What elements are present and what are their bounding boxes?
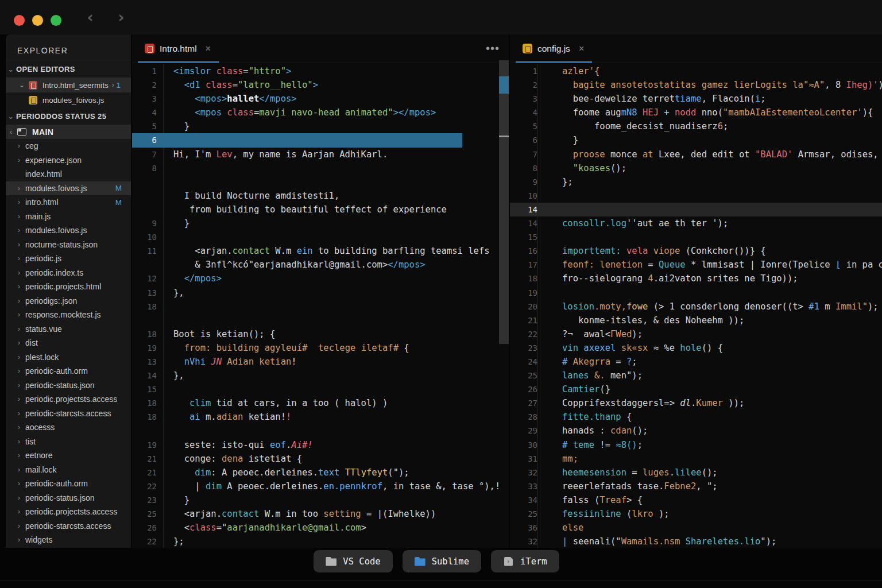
code-line[interactable]: 5 } bbox=[132, 119, 509, 133]
code-line[interactable]: 21 conge: dena istetiat { bbox=[132, 452, 509, 466]
code-line[interactable]: 26Camtier(} bbox=[510, 382, 882, 396]
open-editor-item[interactable]: ⌄Intro.html_seermits›1 bbox=[6, 78, 131, 92]
code-line[interactable]: 22?¬ awal<ΓWed); bbox=[510, 327, 882, 341]
code-line[interactable]: 10 bbox=[132, 230, 509, 244]
code-line[interactable]: 3 bee-dewelize terrettiame, Flacoin(i; bbox=[510, 92, 882, 106]
scrollbar[interactable] bbox=[499, 60, 509, 344]
back-icon[interactable]: ‹ bbox=[83, 8, 98, 26]
file-tree-item[interactable]: ›mail.lock bbox=[6, 463, 131, 477]
minimize-window-button[interactable] bbox=[32, 15, 43, 26]
code-line[interactable]: 5 foome_decsist_nuadiserz6; bbox=[510, 119, 882, 133]
code-line[interactable]: 2 <d1 class="latro__hello"> bbox=[132, 78, 509, 92]
code-line[interactable]: 34falss (Treaf> { bbox=[510, 493, 882, 507]
file-tree-item[interactable]: ›modules.foivos.jsM bbox=[6, 181, 131, 196]
file-tree-item[interactable]: ›periodic-status.json bbox=[6, 491, 131, 505]
section-periodos-status[interactable]: ⌄ PERIODDOS STATUS 25 bbox=[6, 107, 131, 125]
code-line[interactable]: from building to beautiful teffect of ex… bbox=[132, 203, 509, 216]
code-line[interactable]: 15 bbox=[132, 382, 509, 396]
code-line[interactable]: 3 <mpos>hallet</mpos> bbox=[132, 92, 509, 106]
file-tree-item[interactable]: ›periodic-auth.orm bbox=[6, 364, 131, 378]
code-line[interactable]: 7 proose monce at Lxee, ded edit ot "BAL… bbox=[510, 148, 882, 161]
code-line[interactable]: 18 bbox=[132, 300, 509, 314]
code-line[interactable]: 4 <mpos class=mavji navo-head animated">… bbox=[132, 106, 509, 119]
forward-icon[interactable]: › bbox=[114, 8, 129, 26]
code-line[interactable]: 1<imslor class="httro"> bbox=[132, 64, 509, 78]
code-line[interactable]: 13 nVhi JN Adian ketian! bbox=[132, 355, 509, 369]
code-line[interactable]: 25 <arjan.contact W.m in too setting = |… bbox=[132, 507, 509, 521]
dock-button-sublime[interactable]: Sublime bbox=[403, 550, 481, 572]
code-line[interactable]: 7Hi, I'm Lev, my name is Aarjan AdhiKarl… bbox=[132, 148, 509, 161]
file-tree-item[interactable]: ›widgets bbox=[6, 533, 131, 547]
code-line[interactable]: 23vin axexel sk«sx ≈ %e hole() { bbox=[510, 341, 882, 355]
code-line[interactable]: 29hanads : cdan(); bbox=[510, 424, 882, 438]
code-line[interactable]: 33reeerlefatads tase.Febne2, "; bbox=[510, 479, 882, 493]
file-tree-item[interactable]: ›ceg bbox=[6, 139, 131, 153]
code-line[interactable]: 19 seste: isto-qui eof.Ai#! bbox=[132, 438, 509, 452]
code-line[interactable]: 23 } bbox=[132, 493, 509, 507]
file-tree-item[interactable]: ›periodic.projectsts.access bbox=[6, 392, 131, 407]
code-line[interactable]: 36else bbox=[510, 521, 882, 535]
maximize-window-button[interactable] bbox=[51, 15, 61, 26]
file-tree-item[interactable]: ›response.mocktest.js bbox=[6, 308, 131, 322]
file-tree-item[interactable]: ›periodic-status.json bbox=[6, 378, 131, 393]
code-line[interactable]: 25fessiinline (lkro ); bbox=[510, 507, 882, 521]
file-tree-item[interactable]: ›periodic.index.ts bbox=[6, 266, 131, 280]
code-line[interactable]: 32| seenali("Wamails.nsm Shareletes.lio"… bbox=[510, 535, 882, 548]
code-line[interactable]: & 3nfl^kcó"earjanadhikarl@gmail.com></mp… bbox=[132, 258, 509, 272]
section-main[interactable]: ‹ MAIN bbox=[6, 125, 131, 139]
code-line[interactable]: 13}, bbox=[132, 286, 509, 300]
code-line[interactable]: 21 dim: A peoec.derleines.text TTlyfeyt(… bbox=[132, 466, 509, 479]
file-tree-item[interactable]: ›periodic.projectsts.access bbox=[6, 505, 131, 519]
file-tree-item[interactable]: ›intro.htmlM bbox=[6, 195, 131, 210]
code-line[interactable]: 18fro--sielograng 4.ai2vaton srites ne T… bbox=[510, 272, 882, 285]
code-line[interactable]: I build Nocturne amdistesti1, bbox=[132, 189, 509, 203]
code-line[interactable]: 4 foome augmN8 HEJ + nodd nno("mambAIaEs… bbox=[510, 106, 882, 119]
code-line[interactable]: 32heemesension = luges.lilee(); bbox=[510, 466, 882, 479]
open-editors-header[interactable]: ⌄ OPEN EDITORS bbox=[6, 60, 131, 78]
code-line[interactable]: 12 </mpos> bbox=[132, 272, 509, 285]
code-line[interactable]: 6 bbox=[132, 133, 462, 147]
code-line[interactable]: 14 bbox=[510, 203, 882, 216]
code-line[interactable] bbox=[132, 424, 509, 438]
code-line[interactable]: 30# teme != ≈8(); bbox=[510, 438, 882, 452]
close-icon[interactable]: × bbox=[579, 44, 584, 54]
code-line[interactable]: 20losion.moty,fowe (> 1 consderlong deno… bbox=[510, 300, 882, 314]
code-line[interactable]: 19 from: building agyleuí# teclege ileta… bbox=[132, 341, 509, 355]
code-line[interactable]: 27Copprifexstdaggersl=> dl.Kumer )); bbox=[510, 396, 882, 410]
file-tree-item[interactable]: ›aocesss bbox=[6, 420, 131, 435]
code-line[interactable]: 1azler'{ bbox=[510, 64, 882, 78]
code-line[interactable]: 21 konme-itsles, & des Noheehm )); bbox=[510, 314, 882, 327]
code-line[interactable]: 19 bbox=[510, 286, 882, 300]
code-line[interactable]: 28fitte.thanp { bbox=[510, 410, 882, 424]
code-line[interactable]: 9}; bbox=[510, 175, 882, 189]
code-line[interactable]: 22}; bbox=[132, 535, 509, 548]
code-line[interactable]: 25lanes &. men"); bbox=[510, 369, 882, 382]
close-window-button[interactable] bbox=[14, 15, 25, 26]
code-line[interactable]: 18Boot is ketian(); { bbox=[132, 327, 509, 341]
file-tree-item[interactable]: index.html bbox=[6, 167, 131, 181]
file-tree-item[interactable]: ›plest.lock bbox=[6, 350, 131, 365]
file-tree-item[interactable]: ›periodic-auth.orm bbox=[6, 477, 131, 491]
code-line[interactable]: 18 ai m.adian ketian!! bbox=[132, 410, 509, 424]
code-line[interactable]: 17feonf: lenetion = Queue * lmmisast | I… bbox=[510, 258, 882, 272]
close-icon[interactable]: × bbox=[206, 44, 211, 54]
file-tree-item[interactable]: ›nocturne-status.json bbox=[6, 238, 131, 252]
code-line[interactable]: 2 bagite ansotetostatitas gamez lierLogi… bbox=[510, 78, 882, 92]
dock-button-vs-code[interactable]: VS Code bbox=[314, 550, 392, 572]
tab-config-js[interactable]: config.js × bbox=[516, 34, 592, 63]
file-tree-item[interactable]: ›periodic-starcsts.access bbox=[6, 407, 131, 421]
code-line[interactable]: 8 bbox=[132, 161, 509, 175]
code-line[interactable]: 26 <class="aarjanadhikarle@gmail.com> bbox=[132, 521, 509, 535]
file-tree-item[interactable]: ›periodigs:.json bbox=[6, 294, 131, 308]
file-tree-item[interactable]: ›modules.foivos.js bbox=[6, 223, 131, 238]
code-line[interactable]: 10 bbox=[510, 189, 882, 203]
file-tree-item[interactable]: ›dist bbox=[6, 336, 131, 350]
file-tree-item[interactable]: ›tist bbox=[6, 435, 131, 449]
code-line[interactable]: 15 bbox=[510, 230, 882, 244]
code-line[interactable]: 18 clim tid at cars, in a too ( halol) ) bbox=[132, 396, 509, 410]
code-line[interactable]: 31mm; bbox=[510, 452, 882, 466]
code-line[interactable]: 14consollr.log''aut ae th ter '); bbox=[510, 216, 882, 230]
code-line[interactable]: 16importtemt: vela viope (Conkchor())} { bbox=[510, 244, 882, 258]
more-actions-icon[interactable]: ••• bbox=[486, 42, 500, 55]
file-tree-item[interactable]: ›status.vue bbox=[6, 322, 131, 336]
